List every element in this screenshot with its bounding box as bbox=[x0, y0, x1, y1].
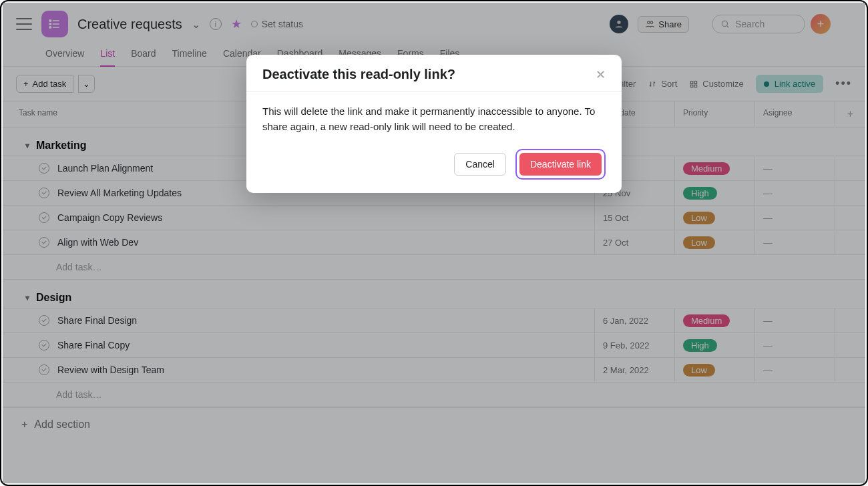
deactivate-link-modal: Deactivate this read-only link? ✕ This w… bbox=[246, 55, 622, 193]
close-icon[interactable]: ✕ bbox=[596, 67, 606, 82]
modal-title: Deactivate this read-only link? bbox=[262, 67, 596, 82]
modal-overlay[interactable]: Deactivate this read-only link? ✕ This w… bbox=[3, 3, 865, 483]
modal-body: This will delete the link and make it pe… bbox=[246, 91, 622, 146]
cancel-button[interactable]: Cancel bbox=[454, 153, 506, 176]
deactivate-link-button[interactable]: Deactivate link bbox=[519, 153, 602, 176]
focus-ring: Deactivate link bbox=[515, 149, 606, 180]
app-root: Creative requests ⌄ i ★ Set status Share… bbox=[3, 3, 865, 483]
